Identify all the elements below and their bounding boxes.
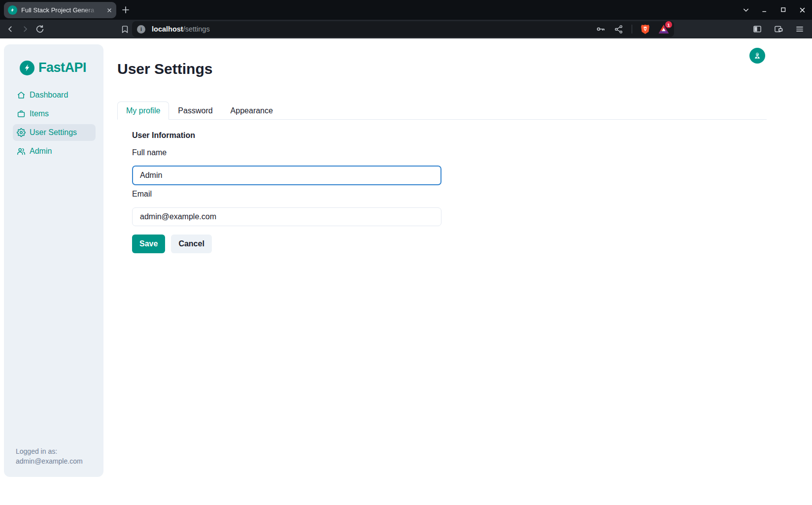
logged-in-status: Logged in as: admin@example.com xyxy=(16,446,83,466)
sidebar-item-user-settings[interactable]: User Settings xyxy=(13,124,96,141)
user-avatar-icon xyxy=(753,51,762,60)
wallet-icon[interactable] xyxy=(771,22,786,36)
new-tab-button[interactable] xyxy=(121,5,131,15)
reload-button[interactable] xyxy=(33,22,47,36)
fastapi-logo: FastAPI xyxy=(20,60,86,75)
url-text[interactable]: localhost/settings xyxy=(152,25,210,33)
url-host: localhost xyxy=(152,25,183,33)
browser-toolbar: i localhost/settings 1 xyxy=(0,20,812,38)
email-field[interactable] xyxy=(132,207,441,226)
sidebar-item-dashboard[interactable]: Dashboard xyxy=(13,87,96,103)
home-icon xyxy=(17,91,26,100)
sidebar-menu: Dashboard Items User Settings xyxy=(13,87,96,160)
back-button[interactable] xyxy=(3,22,18,36)
minimize-button[interactable] xyxy=(759,4,771,16)
tab-password[interactable]: Password xyxy=(169,101,221,120)
full-name-label: Full name xyxy=(132,148,167,157)
settings-tabs: My profile Password Appearance xyxy=(117,101,767,120)
divider xyxy=(632,25,632,34)
app-page: FastAPI Dashboard Items xyxy=(0,38,812,505)
key-icon[interactable] xyxy=(596,24,606,34)
maximize-button[interactable] xyxy=(778,4,789,16)
brave-rewards-icon[interactable]: 1 xyxy=(658,24,669,34)
sidebar-toggle-icon[interactable] xyxy=(750,22,765,36)
site-info-icon[interactable]: i xyxy=(137,25,145,34)
email-label: Email xyxy=(132,190,152,199)
sidebar-item-label: Items xyxy=(30,109,49,118)
sidebar-item-label: Admin xyxy=(30,147,52,156)
tab-search-icon[interactable] xyxy=(740,4,752,16)
cancel-button[interactable]: Cancel xyxy=(171,235,211,253)
menu-icon[interactable] xyxy=(792,22,807,36)
page-title: User Settings xyxy=(117,61,212,77)
tab-appearance[interactable]: Appearance xyxy=(222,101,282,120)
browser-tab[interactable]: Full Stack Project Genera xyxy=(4,2,116,18)
rewards-badge: 1 xyxy=(665,21,672,28)
bookmark-icon[interactable] xyxy=(117,22,132,36)
form-actions: Save Cancel xyxy=(132,235,212,253)
logged-in-label: Logged in as: xyxy=(16,446,83,456)
gear-icon xyxy=(17,128,26,137)
url-path: /settings xyxy=(183,25,210,33)
sidebar-item-admin[interactable]: Admin xyxy=(13,143,96,160)
section-title: User Information xyxy=(132,131,195,140)
close-window-button[interactable] xyxy=(796,4,808,16)
sidebar-item-label: User Settings xyxy=(30,128,77,137)
browser-window: Full Stack Project Genera xyxy=(0,0,812,505)
fastapi-favicon-icon xyxy=(8,5,17,15)
sidebar-item-label: Dashboard xyxy=(30,91,68,100)
forward-button[interactable] xyxy=(18,22,33,36)
save-button[interactable]: Save xyxy=(132,235,165,253)
brave-shield-icon[interactable] xyxy=(641,24,650,34)
browser-tab-bar: Full Stack Project Genera xyxy=(0,0,812,20)
tab-title: Full Stack Project Genera xyxy=(21,6,100,14)
users-icon xyxy=(17,147,26,156)
toolbar-right xyxy=(750,22,807,36)
logged-in-email: admin@example.com xyxy=(16,456,83,466)
tab-close-icon[interactable] xyxy=(106,7,112,13)
full-name-field[interactable] xyxy=(132,166,441,185)
tab-my-profile[interactable]: My profile xyxy=(117,101,169,120)
share-icon[interactable] xyxy=(614,25,623,34)
fastapi-logo-text: FastAPI xyxy=(38,60,86,75)
sidebar-item-items[interactable]: Items xyxy=(13,105,96,122)
window-controls xyxy=(740,0,808,20)
app-sidebar: FastAPI Dashboard Items xyxy=(4,44,103,477)
address-bar-actions: 1 xyxy=(596,24,669,34)
address-bar[interactable]: i localhost/settings 1 xyxy=(132,21,674,37)
briefcase-icon xyxy=(17,109,26,118)
user-menu-button[interactable] xyxy=(749,48,765,64)
fastapi-logo-icon xyxy=(20,61,34,75)
